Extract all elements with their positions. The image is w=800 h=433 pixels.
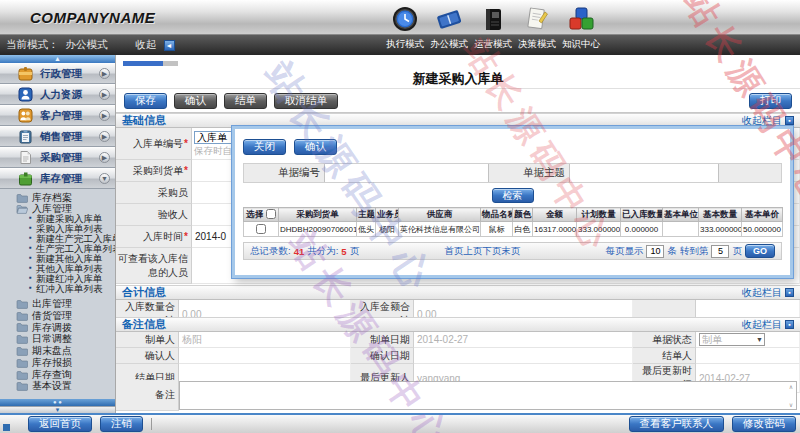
arrival-orders-table: 选择 采购到货单 主题 业务员 供应商 物品名称 颜色 金额 计划数量 已入库数… xyxy=(243,207,783,237)
company-logo: COMPANYNAME xyxy=(30,9,155,26)
sidebar-item-sales-mgmt[interactable]: 销售管理 ▶ xyxy=(0,126,115,147)
sidebar-item-customer-mgmt[interactable]: 客户管理 ▶ xyxy=(0,105,115,126)
per-page-input[interactable] xyxy=(646,245,664,258)
admin-box-icon xyxy=(18,66,33,81)
nav-exec-mode[interactable]: 执行模式 xyxy=(383,0,427,55)
page-nav-links: 首页上页下页末页 xyxy=(362,245,602,258)
first-page-link[interactable]: 首页 xyxy=(444,245,463,256)
note-label: 备注 xyxy=(116,380,179,411)
textarea-scrollbar[interactable]: ∧∨ xyxy=(786,382,796,409)
sidebar-collapse-up[interactable]: ▲ xyxy=(0,55,115,63)
section-total-header: 合计信息 收起栏目 ▪ xyxy=(116,285,800,300)
nav-operation-mode[interactable]: 运营模式 xyxy=(471,0,515,55)
doc-no-label: 单据编号 xyxy=(244,166,324,180)
sidebar-scroll-bar[interactable]: ● ● xyxy=(0,399,115,406)
confirmer-value xyxy=(179,348,351,364)
modal-confirm-button[interactable]: 确认 xyxy=(294,139,337,155)
note-textarea[interactable]: ∧∨ xyxy=(179,381,797,410)
chevron-right-icon: ▶ xyxy=(99,152,110,163)
confirm-date-value xyxy=(414,348,633,364)
total-records-value: 41 xyxy=(294,246,305,257)
row-checkbox[interactable] xyxy=(256,224,266,234)
scroll-down-icon[interactable]: ∨ xyxy=(789,401,793,408)
save-button[interactable]: 保存 xyxy=(124,93,167,109)
view-contacts-button[interactable]: 查看客户联系人 xyxy=(629,416,725,432)
chevron-right-icon: ▶ xyxy=(99,68,110,79)
cell-amount: 16317.0000 xyxy=(533,222,577,237)
field-label-buyer: 采购员 xyxy=(116,182,192,204)
corner-icon xyxy=(3,424,10,431)
cell-color: 白色 xyxy=(513,222,533,237)
main-content: 新建采购入库单 保存 确认 结单 取消结单 打印 基础信息 收起栏目 ▪ 入库单… xyxy=(115,55,800,413)
sidebar-item-inventory-mgmt[interactable]: 库存管理 ▼ xyxy=(0,168,115,189)
people-icon xyxy=(18,108,33,123)
cell-subject: 低头 xyxy=(357,222,376,237)
print-button[interactable]: 打印 xyxy=(749,93,792,109)
logout-button[interactable]: 注销 xyxy=(100,416,143,432)
settler-value xyxy=(696,348,800,364)
field-label-arrival-order: 采购到货单* xyxy=(116,160,192,182)
remark-row-1: 制单人 杨阳 制单日期 2014-02-27 单据状态 制单 ▼ xyxy=(116,332,800,348)
folder-icon xyxy=(16,381,28,391)
prev-page-link[interactable]: 上页 xyxy=(463,245,482,256)
search-button[interactable]: 检索 xyxy=(492,188,534,203)
confirm-button[interactable]: 确认 xyxy=(174,93,217,109)
nav-knowledge-center[interactable]: 知识中心 xyxy=(559,0,603,55)
cell-supplier: 英伦科技信息有限公司 xyxy=(399,222,481,237)
tree-folder-basic-settings[interactable]: 基本设置 xyxy=(0,381,115,393)
status-select[interactable]: 制单 ▼ xyxy=(699,333,765,346)
nav-office-mode[interactable]: 办公模式 xyxy=(427,0,471,55)
doc-no-input[interactable] xyxy=(324,164,489,182)
cancel-settle-button[interactable]: 取消结单 xyxy=(274,93,338,109)
collapse-link[interactable]: 收起 xyxy=(136,38,157,52)
modal-close-button[interactable]: 关闭 xyxy=(243,139,286,155)
current-mode-value: 办公模式 xyxy=(66,38,108,52)
tree-link-redflush-inbound-list[interactable]: 红冲入库单列表 xyxy=(0,284,115,294)
blue-book-icon xyxy=(434,0,464,34)
table-row: DHDBH200907060012 低头 杨阳 英伦科技信息有限公司 鼠标 白色… xyxy=(244,222,783,237)
next-page-link[interactable]: 下页 xyxy=(482,245,501,256)
pages-label: 共分为: xyxy=(307,245,338,258)
chevron-right-icon: ▶ xyxy=(99,131,110,142)
nav-decision-mode[interactable]: 决策模式 xyxy=(515,0,559,55)
make-date-label: 制单日期 xyxy=(351,332,414,348)
dropdown-arrow-icon: ▼ xyxy=(756,336,764,343)
status-label: 单据状态 xyxy=(633,332,696,348)
chevron-right-icon: ▶ xyxy=(99,110,110,121)
settler-label: 结单人 xyxy=(633,348,696,364)
sidebar-item-hr[interactable]: 人力资源 ▶ xyxy=(0,84,115,105)
last-page-link[interactable]: 末页 xyxy=(501,245,520,256)
sidebar-item-purchase-mgmt[interactable]: 采购管理 ▶ xyxy=(0,147,115,168)
sidebar-item-admin-mgmt[interactable]: 行政管理 ▶ xyxy=(0,63,115,84)
open-folder-icon xyxy=(16,204,28,214)
field-label-inspector: 验收人 xyxy=(116,204,192,226)
collapse-left-icon[interactable]: ◄ xyxy=(164,40,175,51)
cell-base-qty: 333.000000 xyxy=(699,222,742,237)
select-all-checkbox[interactable] xyxy=(266,209,276,219)
doc-subject-input[interactable] xyxy=(569,164,719,182)
goto-page-input[interactable] xyxy=(711,245,729,258)
cell-received-qty: 0.000000 xyxy=(621,222,663,237)
scroll-up-icon[interactable]: ∧ xyxy=(789,383,793,390)
settle-button[interactable]: 结单 xyxy=(224,93,267,109)
pages-unit: 页 xyxy=(350,245,360,258)
cell-base-unit xyxy=(663,222,699,237)
remark-row-2: 确认人 确认日期 结单人 xyxy=(116,348,800,364)
per-page-label: 每页显示 xyxy=(605,245,643,258)
collapse-section-total[interactable]: 收起栏目 ▪ xyxy=(742,286,794,300)
goto-label: 转到第 xyxy=(680,245,709,258)
black-book-icon xyxy=(481,0,505,34)
collapse-section-remark[interactable]: 收起栏目 ▪ xyxy=(742,318,794,332)
clipboard-icon xyxy=(18,129,33,144)
chevron-down-icon: ▼ xyxy=(99,173,110,184)
go-button[interactable]: GO xyxy=(745,244,775,258)
order-no-hint: 保存时自 xyxy=(194,145,232,158)
collapse-box-icon: ▪ xyxy=(785,320,794,329)
loading-bar-tail xyxy=(163,61,178,66)
doc-subject-label: 单据主题 xyxy=(489,166,569,180)
sidebar-collapse-down[interactable]: ▼ xyxy=(0,406,115,413)
home-button[interactable]: 返回首页 xyxy=(28,416,92,432)
pages-value: 5 xyxy=(341,246,346,257)
change-password-button[interactable]: 修改密码 xyxy=(732,416,796,432)
field-label-viewers: 可查看该入库信息的人员 xyxy=(116,248,192,284)
